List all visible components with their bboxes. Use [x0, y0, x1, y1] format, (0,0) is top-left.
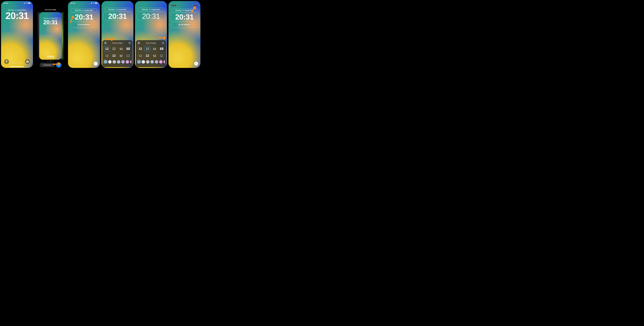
- svg-rect-4: [95, 3, 97, 3]
- colour-swatch[interactable]: [108, 60, 112, 64]
- edit-date-slot[interactable]: Monday 12 September: [171, 8, 198, 12]
- link-icon: [48, 56, 49, 57]
- colour-swatch[interactable]: [164, 60, 165, 64]
- screen-font-colour-2: Monday 12 September 20:31 Font & Colour …: [135, 1, 167, 68]
- customise-button[interactable]: Customise: [40, 63, 55, 67]
- edit-time-slot[interactable]: 20:31: [70, 12, 98, 21]
- font-option-6[interactable]: 12: [144, 53, 150, 59]
- signal-icon: [90, 2, 92, 4]
- plus-circle-icon: [78, 24, 80, 25]
- colour-swatch[interactable]: [130, 60, 132, 64]
- screen-lockscreen: plusnet Monday 12 September 20:31 Swipe …: [1, 1, 33, 68]
- font-option-2[interactable]: 12: [111, 46, 117, 52]
- screen-edit-lockscreen: plusnet Monday 12 September 20:31 ADD WI…: [68, 1, 100, 68]
- close-sheet-button[interactable]: [128, 41, 131, 44]
- colour-swatch[interactable]: [159, 60, 162, 64]
- status-bar: plusnet: [1, 2, 33, 4]
- wallpaper-card-current[interactable]: Monday 12 September 20:31 Focus: [39, 12, 62, 60]
- font-option-5[interactable]: 12: [137, 53, 143, 59]
- font-option-1[interactable]: 12: [137, 46, 143, 52]
- globe-icon: [104, 42, 106, 44]
- font-option-3[interactable]: 12: [118, 46, 124, 52]
- signal-icon: [24, 2, 25, 4]
- screen-font-colour-1: Monday 12 September 20:31 Font & Colour …: [102, 1, 134, 68]
- focus-link-button[interactable]: Focus: [46, 55, 54, 58]
- font-option-4[interactable]: 12: [158, 46, 164, 52]
- sheet-title: Font & Colour: [140, 42, 162, 44]
- lockscreen-date: Monday 12 September: [1, 9, 33, 11]
- font-option-2[interactable]: 12: [144, 46, 150, 52]
- font-option-6[interactable]: 12: [111, 53, 117, 59]
- add-widgets-label: ADD WIDGETS: [180, 24, 190, 25]
- colour-swatch[interactable]: [150, 60, 154, 64]
- edit-time-slot[interactable]: 20:31: [103, 12, 132, 20]
- wifi-icon: [92, 2, 94, 4]
- font-option-3[interactable]: 12: [152, 46, 158, 52]
- svg-rect-2: [30, 3, 31, 3]
- add-widgets-button[interactable]: ADD WIDGETS: [171, 22, 198, 27]
- add-wallpaper-button[interactable]: +: [56, 62, 61, 67]
- done-button[interactable]: Done: [192, 4, 199, 7]
- more-options-button[interactable]: ···: [194, 62, 198, 66]
- font-option-4[interactable]: 12: [125, 46, 131, 52]
- collections-label: COLLECTIONS: [45, 9, 56, 10]
- edit-divider: [76, 28, 92, 28]
- font-grid: 12 12 12 12 12 12 12 12: [104, 45, 132, 59]
- font-option-8[interactable]: 12: [125, 53, 131, 59]
- globe-button[interactable]: [104, 41, 107, 44]
- colour-swatch[interactable]: [146, 60, 150, 64]
- svg-rect-5: [97, 3, 98, 3]
- colour-swatch[interactable]: [155, 60, 158, 64]
- wifi-icon: [26, 2, 27, 4]
- edit-date-slot[interactable]: Monday 12 September: [104, 8, 131, 11]
- colour-swatch[interactable]: [112, 60, 116, 64]
- font-colour-sheet: Font & Colour 12 12 12 12 12 12 12 12: [102, 40, 133, 67]
- edit-time-slot[interactable]: 20:31: [170, 12, 198, 21]
- colour-swatch[interactable]: [121, 60, 125, 64]
- font-option-5[interactable]: 12: [104, 53, 110, 59]
- colour-row[interactable]: [104, 59, 132, 64]
- screen-wallpaper-gallery: COLLECTIONS Monday 12 September 20:31 Fo…: [34, 1, 66, 68]
- status-icons: [90, 2, 98, 4]
- add-widgets-button[interactable]: ADD WIDGETS: [70, 22, 97, 27]
- lockscreen-time: 20:31: [1, 10, 33, 21]
- focus-label: Focus: [50, 56, 53, 57]
- home-indicator[interactable]: [10, 66, 24, 67]
- cancel-button[interactable]: Cancel: [170, 4, 178, 7]
- screen-edit-done: Cancel Done Monday 12 September 20:31 AD…: [168, 1, 200, 68]
- plus-circle-icon: [178, 24, 180, 25]
- swipe-hint: Swipe up to open: [1, 62, 33, 64]
- mini-time: 20:31: [39, 19, 62, 26]
- edit-divider: [176, 28, 193, 28]
- close-icon: [129, 42, 130, 44]
- edit-date-slot[interactable]: Monday 12 September: [70, 8, 97, 12]
- colour-swatch[interactable]: [126, 60, 129, 64]
- page-dots: [48, 61, 54, 61]
- colour-swatch[interactable]: [117, 60, 120, 64]
- colour-row[interactable]: [137, 59, 165, 64]
- globe-icon: [138, 42, 140, 44]
- font-option-8[interactable]: 12: [158, 53, 164, 59]
- colour-swatch[interactable]: [142, 60, 145, 64]
- font-colour-sheet: Font & Colour 12 12 12 12 12 12 12 12: [136, 40, 166, 67]
- sheet-title: Font & Colour: [107, 42, 128, 44]
- carrier-label: plusnet: [3, 2, 8, 4]
- colour-swatch[interactable]: [104, 60, 107, 64]
- edit-time-slot[interactable]: 20:31: [137, 12, 165, 20]
- font-option-7[interactable]: 12: [152, 53, 158, 59]
- status-bar: plusnet: [68, 2, 100, 4]
- add-widgets-label: ADD WIDGETS: [80, 24, 90, 25]
- font-option-1[interactable]: 12: [104, 46, 110, 52]
- status-icons: [24, 2, 31, 4]
- globe-button[interactable]: [137, 41, 140, 44]
- close-sheet-button[interactable]: [162, 41, 164, 44]
- font-option-7[interactable]: 12: [118, 53, 124, 59]
- wallpaper-carousel[interactable]: Monday 12 September 20:31 Focus: [34, 12, 66, 60]
- colour-swatch[interactable]: [137, 60, 141, 64]
- mini-date: Monday 12 September: [39, 17, 62, 19]
- more-options-button[interactable]: ···: [94, 62, 98, 66]
- svg-rect-1: [28, 3, 30, 3]
- font-grid: 12 12 12 12 12 12 12 12: [137, 45, 165, 59]
- edit-date-slot[interactable]: Monday 12 September: [138, 8, 164, 11]
- battery-icon: [28, 2, 31, 4]
